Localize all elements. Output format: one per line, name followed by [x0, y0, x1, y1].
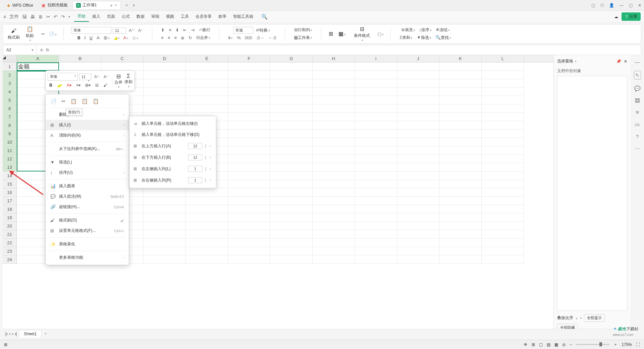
- sub-col-right[interactable]: ⊞在右侧插入列(R) ▴▾✓: [129, 174, 216, 186]
- zoom-value[interactable]: 175%: [622, 342, 632, 347]
- tab-menu-icon[interactable]: ▾: [133, 3, 135, 8]
- cell[interactable]: [439, 138, 482, 146]
- row-header[interactable]: 14: [3, 171, 17, 180]
- cell[interactable]: [482, 239, 524, 247]
- ctx-more[interactable]: 更多表格功能›: [46, 252, 129, 263]
- cell[interactable]: [397, 113, 439, 121]
- cell[interactable]: [313, 130, 355, 138]
- increase-font-icon[interactable]: A⁺: [127, 27, 136, 34]
- cell[interactable]: [59, 62, 101, 71]
- cell[interactable]: [355, 79, 397, 88]
- percent-icon[interactable]: %: [235, 35, 242, 41]
- cell[interactable]: [482, 146, 524, 155]
- sub-shift-down[interactable]: ⇩插入单元格，活动单元格下移(D): [129, 129, 216, 140]
- cell[interactable]: [355, 121, 397, 130]
- cell[interactable]: [397, 171, 439, 180]
- settings-rail-icon[interactable]: ✕: [635, 109, 640, 115]
- cell[interactable]: [397, 239, 439, 247]
- rowcol-button[interactable]: ⊞行和列▾: [293, 27, 314, 34]
- select-all-corner[interactable]: ◢: [3, 55, 17, 62]
- cell[interactable]: [313, 138, 355, 146]
- sub-right-input[interactable]: [188, 177, 202, 183]
- cell[interactable]: [439, 163, 482, 171]
- maximize-icon[interactable]: ▢: [629, 3, 633, 8]
- cell[interactable]: [270, 247, 313, 255]
- decimal-dec-icon[interactable]: ←.0: [267, 35, 277, 41]
- cell[interactable]: [270, 146, 313, 155]
- cell[interactable]: [397, 213, 439, 222]
- cell[interactable]: [144, 88, 186, 96]
- row-header[interactable]: 3: [3, 79, 17, 88]
- sub-below-input[interactable]: [188, 154, 202, 160]
- cell[interactable]: [144, 96, 186, 104]
- view-page-icon[interactable]: ▤: [547, 342, 550, 347]
- mini-merge-button[interactable]: ⊟合并▾: [114, 73, 122, 89]
- ctx-clear[interactable]: A清除内容(N)›: [46, 130, 129, 141]
- cell[interactable]: [482, 113, 524, 121]
- cell[interactable]: [228, 180, 270, 188]
- ctx-insert-chart[interactable]: 📊插入图表: [46, 181, 129, 191]
- cell[interactable]: [144, 188, 186, 197]
- cell[interactable]: [397, 146, 439, 155]
- cell[interactable]: [228, 113, 270, 121]
- cell[interactable]: [397, 138, 439, 146]
- row-header[interactable]: 6: [3, 104, 17, 113]
- align-mid-icon[interactable]: ≡: [167, 27, 173, 33]
- cell[interactable]: [313, 171, 355, 180]
- row-header[interactable]: 10: [3, 138, 17, 146]
- cell[interactable]: [482, 88, 524, 96]
- tab-member[interactable]: 会员专享: [192, 12, 215, 21]
- cell[interactable]: [355, 188, 397, 197]
- align-right-icon[interactable]: ≡: [173, 35, 178, 41]
- pin-icon[interactable]: 📌: [616, 59, 621, 64]
- cell[interactable]: [228, 255, 270, 264]
- cell[interactable]: [270, 180, 313, 188]
- cell[interactable]: [270, 155, 313, 163]
- cell[interactable]: [313, 188, 355, 197]
- fill-button[interactable]: ⊕填充▾: [400, 27, 417, 34]
- cell[interactable]: [482, 155, 524, 163]
- cell[interactable]: [313, 197, 355, 205]
- cell[interactable]: [482, 96, 524, 104]
- cell[interactable]: [228, 247, 270, 255]
- cell[interactable]: [397, 222, 439, 230]
- cell[interactable]: [355, 163, 397, 171]
- cell[interactable]: [439, 255, 482, 264]
- cell[interactable]: [482, 163, 524, 171]
- cell[interactable]: [313, 205, 355, 213]
- indent-inc-icon[interactable]: ⇥: [190, 27, 196, 33]
- sub-above-input[interactable]: [188, 143, 202, 149]
- cell[interactable]: [482, 121, 524, 130]
- stack-down-icon[interactable]: ▾: [580, 316, 582, 320]
- save-icon[interactable]: 🖫: [22, 14, 27, 19]
- cell[interactable]: [101, 62, 144, 71]
- row-header[interactable]: 18: [3, 205, 17, 213]
- cell[interactable]: [186, 255, 228, 264]
- cell[interactable]: [355, 171, 397, 180]
- cell[interactable]: [482, 222, 524, 230]
- col-header-l[interactable]: L: [482, 55, 524, 62]
- file-menu[interactable]: 文件: [9, 14, 19, 20]
- cell[interactable]: [186, 88, 228, 96]
- cell[interactable]: [355, 155, 397, 163]
- cell[interactable]: [355, 71, 397, 79]
- cell[interactable]: [482, 79, 524, 88]
- close-window-icon[interactable]: ✕: [638, 3, 641, 8]
- cell[interactable]: [313, 96, 355, 104]
- cell[interactable]: [313, 113, 355, 121]
- row-header[interactable]: 15: [3, 180, 17, 188]
- cell[interactable]: [270, 163, 313, 171]
- view-normal-icon[interactable]: ▢: [539, 342, 543, 347]
- cell[interactable]: [397, 197, 439, 205]
- cell[interactable]: [313, 230, 355, 239]
- collapse-icon[interactable]: —: [635, 59, 640, 65]
- cell[interactable]: [313, 163, 355, 171]
- col-header-a[interactable]: A: [17, 55, 59, 62]
- cell[interactable]: [144, 247, 186, 255]
- cell[interactable]: [186, 96, 228, 104]
- cell[interactable]: [144, 197, 186, 205]
- row-header[interactable]: 22: [3, 239, 17, 247]
- cell[interactable]: [228, 188, 270, 197]
- cell[interactable]: [397, 188, 439, 197]
- more-rail-icon[interactable]: ⋯: [635, 145, 640, 151]
